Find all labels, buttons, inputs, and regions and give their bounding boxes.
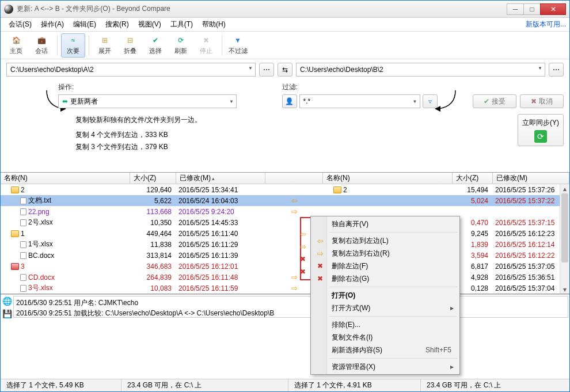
col-mid [265, 173, 323, 184]
window-title: 更新: A <--> B - 文件夹同步(O) - Beyond Compare [17, 4, 507, 14]
operation-row: 操作: ⬌ 更新两者 ▼ 过滤: 👤 *.* ▼ ▿ ✔接受 ✖取消 [1, 80, 569, 111]
sync-now-button[interactable]: 立即同步(Y) ⟳ [518, 114, 564, 146]
refresh-icon: ⟳ [176, 35, 186, 45]
chevron-down-icon[interactable]: ▼ [538, 66, 542, 71]
menubar: 会话(S) 操作(A) 编辑(E) 搜索(R) 视图(V) 工具(T) 帮助(H… [1, 18, 569, 32]
tb-collapse[interactable]: ⊟折叠 [118, 33, 142, 58]
tb-secondary[interactable]: ≈次要 [61, 33, 85, 58]
table-row[interactable]: 22.png113,6682016/5/25 9:24:20⇨ [1, 206, 569, 217]
cancel-button[interactable]: ✖取消 [520, 94, 564, 108]
ctx-copy-name[interactable]: 复制文件名(I) [312, 331, 458, 344]
status-right-disk: 23.4 GB 可用，在 C:\ 上 [421, 379, 569, 391]
table-row[interactable]: 3346,6832016/5/25 16:12:016,8172016/5/25… [1, 261, 569, 272]
save-icon[interactable]: 💾 [2, 309, 12, 318]
filter-combo[interactable]: *.* ▼ [299, 94, 420, 108]
minimize-button[interactable]: ─ [507, 3, 524, 15]
right-path-text: C:\Users\echo\Desktop\B\2 [300, 66, 383, 74]
summary-line2: 复制 4 个文件到左边，333 KB [75, 129, 518, 140]
grid-body[interactable]: 2129,6402016/5/25 15:34:41215,4942016/5/… [1, 184, 569, 294]
filter-preset-button[interactable]: 👤 [282, 94, 297, 108]
chevron-down-icon[interactable]: ▼ [413, 99, 417, 104]
status-left-sel: 选择了 1 个文件, 5.49 KB [1, 379, 121, 391]
table-row[interactable]: 1449,4642016/5/25 16:11:409,2452016/5/25… [1, 228, 569, 239]
table-row[interactable]: CD.docx264,8392016/5/25 16:11:48⇨4,92820… [1, 272, 569, 283]
ctx-open-with[interactable]: 打开方式(W)▸ [312, 302, 458, 314]
summary-line3: 复制 3 个文件到右边，379 KB [75, 141, 518, 153]
ctx-copy-l2r[interactable]: ⇨复制左边到右边(R) [312, 247, 458, 260]
menu-action[interactable]: 操作(A) [36, 18, 69, 31]
scroll-up-icon[interactable]: ▴ [560, 184, 569, 193]
filter-label: 过滤: [282, 82, 438, 92]
log-line1: 2016/5/30 9:25:51 用户名: CJMKT\echo [16, 298, 565, 308]
menu-session[interactable]: 会话(S) [4, 18, 36, 31]
scrollbar[interactable]: ▴ ▾ [560, 184, 569, 294]
ctx-open-alone[interactable]: 独自离开(V) [312, 218, 458, 230]
chevron-down-icon[interactable]: ▼ [229, 99, 234, 104]
ctx-exclude[interactable]: 排除(E)... [312, 318, 458, 331]
col-size-right[interactable]: 大小(Z) [453, 173, 493, 184]
statusbar: 选择了 1 个文件, 5.49 KB 23.4 GB 可用，在 C:\ 上 选择… [1, 379, 569, 391]
context-menu: 独自离开(V) ⇦复制右边到左边(L) ⇨复制左边到右边(R) ✖删除左边(F)… [310, 216, 460, 375]
ctx-explorer[interactable]: 资源管理器(X)▸ [312, 360, 458, 373]
menu-edit[interactable]: 编辑(E) [69, 18, 101, 31]
ctx-refresh-sel[interactable]: 刷新选择内容(S)Shift+F5 [312, 344, 458, 356]
home-icon: 🏠 [11, 35, 21, 45]
table-row[interactable]: 文档.txt5,6222016/5/24 16:04:03⇦5,0242016/… [1, 195, 569, 206]
double-arrow-icon: ⬌ [62, 97, 68, 105]
left-browse-button[interactable]: ⋯ [259, 63, 274, 77]
op-combo[interactable]: ⬌ 更新两者 ▼ [58, 94, 237, 108]
chevron-right-icon: ▸ [450, 304, 454, 312]
ctx-open[interactable]: 打开(O) [312, 289, 458, 302]
accept-button[interactable]: ✔接受 [473, 94, 516, 108]
op-label: 操作: [58, 82, 278, 92]
table-row[interactable]: 2号.xlsx10,3502016/5/25 14:45:330,4702016… [1, 217, 569, 228]
close-button[interactable]: ✕ [540, 3, 566, 15]
right-browse-button[interactable]: ⋯ [549, 63, 564, 77]
col-modified-left[interactable]: 已修改(M) [176, 173, 265, 184]
tb-nofilter[interactable]: ▼不过滤 [226, 33, 250, 58]
new-version-link[interactable]: 新版本可用... [526, 20, 566, 29]
menu-search[interactable]: 搜索(R) [101, 18, 134, 31]
scroll-down-icon[interactable]: ▾ [560, 285, 569, 294]
arrow-left-icon: ⇦ [315, 237, 325, 245]
swap-button[interactable]: ⇆ [278, 63, 292, 77]
x-icon: ✖ [315, 275, 325, 283]
table-row[interactable]: 2129,6402016/5/25 15:34:41215,4942016/5/… [1, 184, 569, 195]
expand-icon: ⊞ [100, 35, 110, 45]
col-name-right[interactable]: 名称(N) [323, 173, 453, 184]
table-row[interactable]: BC.docx313,8142016/5/25 16:11:393,594201… [1, 250, 569, 261]
ctx-del-left[interactable]: ✖删除左边(F) [312, 260, 458, 272]
briefcase-icon: 💼 [36, 35, 47, 45]
tb-refresh[interactable]: ⟳刷新 [169, 33, 193, 58]
tb-home[interactable]: 🏠主页 [4, 33, 28, 58]
tb-stop: ✖停止 [194, 33, 218, 58]
left-path-input[interactable]: C:\Users\echo\Desktop\A\2▼ [6, 63, 256, 77]
globe-icon[interactable]: 🌐 [2, 296, 12, 306]
left-path-text: C:\Users\echo\Desktop\A\2 [10, 66, 94, 74]
right-path-input[interactable]: C:\Users\echo\Desktop\B\2▼ [296, 63, 545, 77]
tb-expand[interactable]: ⊞展开 [93, 33, 117, 58]
filter-funnel-button[interactable]: ▿ [423, 94, 438, 108]
col-size-left[interactable]: 大小(Z) [130, 173, 176, 184]
maximize-button[interactable]: □ [523, 3, 541, 15]
scroll-thumb[interactable] [561, 193, 568, 262]
log-text[interactable]: 2016/5/30 9:25:51 用户名: CJMKT\echo 2016/5… [13, 296, 568, 318]
tb-session[interactable]: 💼会话 [29, 33, 54, 58]
menu-tools[interactable]: 工具(T) [166, 18, 197, 31]
menu-help[interactable]: 帮助(H) [197, 18, 230, 31]
table-row[interactable]: 1号.xlsx11,8382016/5/25 16:11:291,8392016… [1, 239, 569, 250]
table-row[interactable]: 3号.xlsx10,0832016/5/25 16:11:59⇨0,128201… [1, 283, 569, 294]
approx-icon: ≈ [68, 35, 78, 45]
x-icon: ✖ [300, 255, 306, 268]
menu-view[interactable]: 视图(V) [134, 18, 166, 31]
chevron-down-icon[interactable]: ▼ [248, 66, 253, 71]
app-icon [4, 5, 13, 14]
tb-select[interactable]: ✔选择 [143, 33, 168, 58]
check-icon: ✔ [150, 35, 161, 45]
ctx-del-right[interactable]: ✖删除右边(G) [312, 272, 458, 285]
arrow-right-icon: ⇨ [315, 249, 325, 258]
col-modified-right[interactable]: 已修改(M) [493, 173, 569, 184]
ctx-copy-r2l[interactable]: ⇦复制右边到左边(L) [312, 234, 458, 247]
col-name-left[interactable]: 名称(N) [1, 173, 130, 184]
collapse-icon: ⊟ [125, 35, 135, 45]
